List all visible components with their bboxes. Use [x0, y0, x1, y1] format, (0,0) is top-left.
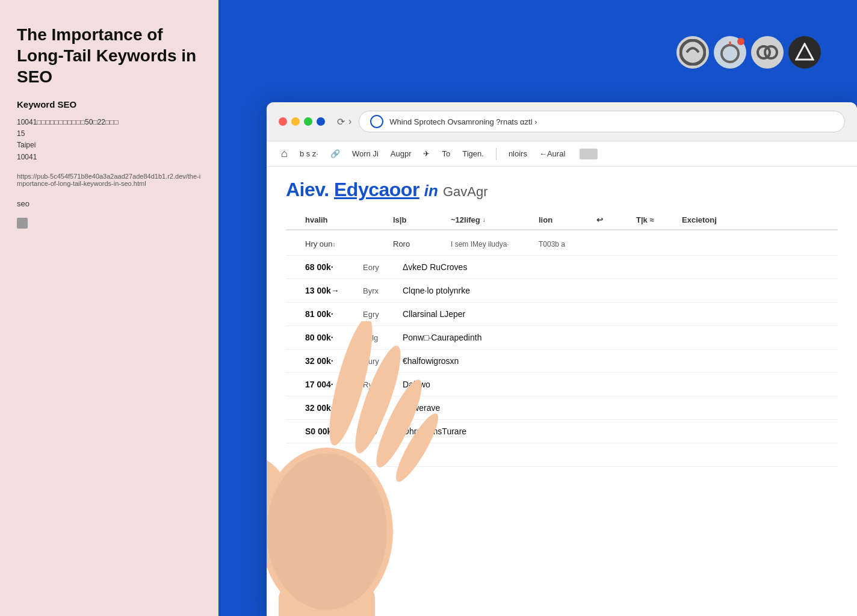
logo-2	[714, 36, 746, 69]
toolbar-item-augpr[interactable]: Augpr	[391, 149, 412, 158]
toolbar-item-te[interactable]: To	[442, 149, 450, 158]
toolbar-label-augpr: Augpr	[391, 149, 412, 158]
nav-forward[interactable]: ›	[348, 116, 351, 127]
svg-point-0	[681, 40, 705, 64]
svg-point-12	[267, 454, 387, 610]
maximize-button[interactable]	[304, 117, 312, 126]
toolbar-label-nloirs: nloirs	[509, 149, 527, 158]
browser-window: ⟳ › Whind Sprotech Ovsamroning ?rnats αz…	[267, 102, 857, 616]
hint-row: Hry oun↕ Roro I sem IMey iludya· T003b a	[286, 233, 838, 256]
page-title-area: Aiev. Edycaoor in GavAgr	[286, 179, 838, 201]
row-volume: 32 00k·	[305, 403, 353, 413]
traffic-lights	[279, 117, 325, 126]
table-row: S0 00k· Nillv OhrepemsTurare	[286, 420, 838, 443]
home-icon: ⌂	[281, 147, 288, 160]
row-name: Bylg	[363, 333, 393, 342]
row-volume: 68 00k·	[305, 262, 353, 272]
table-row: 68 00k· Eory ΔvkeD RuCroves	[286, 256, 838, 279]
page-subtitle: GavAgr	[443, 184, 488, 200]
toolbar-label-aural: ←Aural	[539, 149, 565, 158]
th-action: T|k ≈	[636, 215, 672, 224]
browser-chrome: ⟳ › Whind Sprotech Ovsamroning ?rnats αz…	[267, 102, 857, 141]
toolbar-item-bsz[interactable]: b s z·	[300, 149, 318, 158]
row-volume: 32 00k·	[305, 356, 353, 366]
browser-toolbar: ⌂ b s z· 🔗 Worn Ji Augpr ✈ To Tigen.	[267, 141, 857, 167]
sidebar-tag: seo	[17, 199, 202, 208]
th-difficulty: ~12lifeg ↓	[451, 215, 529, 224]
toolbar-box	[580, 149, 598, 159]
row-keyword: ΔvkeD RuCroves	[403, 262, 838, 272]
article-title: The Importance of Long-Tail Keywords in …	[17, 24, 202, 87]
svg-marker-4	[796, 44, 813, 60]
toolbar-item-aural[interactable]: ←Aural	[539, 149, 565, 158]
minimize-button[interactable]	[291, 117, 300, 126]
nav-back[interactable]: ⟳	[337, 116, 345, 128]
page-title-part1: Aiev. Edycaoor	[286, 179, 419, 201]
th-keyword: hvalih	[305, 215, 383, 224]
toolbar-label-bsz: b s z·	[300, 149, 318, 158]
hint-col2: Roro	[393, 239, 441, 248]
toolbar-separator	[496, 148, 497, 160]
address-bar[interactable]: Whind Sprotech Ovsamroning ?rnats αztl ›	[359, 111, 845, 132]
link-icon: 🔗	[330, 149, 340, 158]
row-name: Bury	[363, 357, 393, 366]
toolbar-label-tiger: Tigen.	[462, 149, 484, 158]
th-extra: Excietonj	[682, 215, 838, 224]
row-volume: S0 00k·	[305, 427, 353, 436]
sidebar-url: https://pub-5c454f571b8e40a3a2aad27ade84…	[17, 173, 202, 187]
table-body: 68 00k· Eory ΔvkeD RuCroves 13 00k→ Byrx…	[286, 256, 838, 467]
table-row: 13 00k→ Byrx Clqne·lo ptolynrke	[286, 279, 838, 303]
row-keyword: Eowerave	[403, 403, 838, 413]
hint-col3: I sem IMey iludya·	[451, 240, 529, 248]
svg-point-5	[267, 448, 393, 616]
browser-nav: ⟳ ›	[337, 116, 351, 128]
table-row: 81 00k· Egry Cllarsinal LJeper	[286, 303, 838, 326]
toolbar-item-link[interactable]: 🔗	[330, 149, 340, 158]
sidebar-icon	[17, 218, 28, 229]
svg-point-1	[722, 45, 738, 62]
toolbar-item-home[interactable]: ⌂	[281, 147, 288, 160]
logo-1	[676, 36, 709, 69]
toolbar-label-te: To	[442, 149, 450, 158]
address-icon	[370, 115, 383, 128]
toolbar-label-wormd: Worn Ji	[352, 149, 379, 158]
close-button[interactable]	[279, 117, 287, 126]
plane-icon: ✈	[423, 149, 430, 158]
row-name: Bory	[363, 404, 393, 413]
page-title-in: in	[424, 182, 438, 200]
th-serp: ↩	[596, 215, 627, 224]
table-row: 32 00k· Bory Eowerave	[286, 396, 838, 420]
row-keyword: Clqne·lo ptolynrke	[403, 286, 838, 295]
browser-content: Aiev. Edycaoor in GavAgr hvalih ls|b ~12…	[267, 167, 857, 616]
table-row: 17 004· Rylg Dalywo	[286, 373, 838, 396]
table-row: 80 00k· Bylg Ponw□·Caurapedinth	[286, 326, 838, 350]
toolbar-item-nloirs[interactable]: nloirs	[509, 149, 527, 158]
table-row: 8F 00k·	[286, 443, 838, 467]
sidebar-meta: 10041□□□□□□□□□□□50□22□□□ 15 Taipei 10041	[17, 117, 202, 163]
toolbar-item-tiger[interactable]: Tigen.	[462, 149, 484, 158]
th-volume: ls|b	[393, 215, 441, 224]
row-volume: 80 00k·	[305, 333, 353, 342]
hint-col1: Hry oun↕	[305, 239, 383, 248]
row-volume: 81 00k·	[305, 309, 353, 319]
th-intent: lion	[539, 215, 587, 224]
address-text: Whind Sprotech Ovsamroning ?rnats αztl ›	[389, 117, 834, 126]
table-header: hvalih ls|b ~12lifeg ↓ lion ↩ T|k ≈ Exci…	[286, 211, 838, 230]
row-volume: 13 00k→	[305, 286, 353, 295]
toolbar-item-plane[interactable]: ✈	[423, 149, 430, 158]
top-logos	[676, 36, 821, 69]
toolbar-item-wormd[interactable]: Worn Ji	[352, 149, 379, 158]
svg-rect-11	[279, 586, 375, 616]
row-keyword: Dalywo	[403, 380, 838, 389]
row-volume: 17 004·	[305, 380, 353, 389]
row-name: Byrx	[363, 286, 393, 295]
row-volume: 8F 00k·	[305, 450, 353, 460]
extra-button[interactable]	[317, 117, 325, 126]
row-name: Egry	[363, 310, 393, 319]
keyword-label: Keyword SEO	[17, 99, 202, 109]
table-row: 32 00k· Bury €halfowigrosxn	[286, 350, 838, 373]
main-area: ⟳ › Whind Sprotech Ovsamroning ?rnats αz…	[218, 0, 857, 616]
hint-col4: T003b a	[539, 240, 838, 248]
row-name: Nillv	[363, 427, 393, 436]
row-name: Eory	[363, 263, 393, 272]
